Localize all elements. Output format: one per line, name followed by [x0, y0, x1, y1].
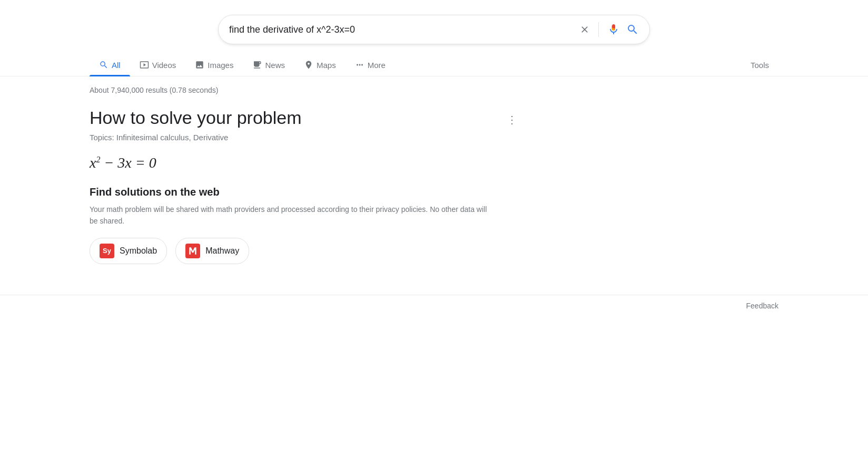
search-bar-divider	[598, 22, 599, 37]
microphone-icon[interactable]	[607, 23, 620, 36]
tab-maps[interactable]: Maps	[294, 54, 346, 76]
math-equation: x2 − 3x = 0	[90, 154, 490, 171]
featured-more-options-icon[interactable]: ⋮	[502, 111, 521, 128]
tab-tools-label: Tools	[751, 61, 769, 70]
video-icon	[140, 60, 149, 70]
mathway-label: Mathway	[205, 246, 239, 256]
results-count: About 7,940,000 results (0.78 seconds)	[90, 86, 778, 94]
symbolab-label: Symbolab	[120, 246, 157, 256]
tab-maps-label: Maps	[317, 61, 336, 70]
tab-more[interactable]: More	[346, 54, 395, 76]
results-area: About 7,940,000 results (0.78 seconds) H…	[0, 76, 868, 274]
feedback-link[interactable]: Feedback	[746, 302, 778, 310]
tab-news[interactable]: News	[243, 54, 294, 76]
symbolab-button[interactable]: Sy Symbolab	[90, 238, 167, 264]
search-bar: find the derivative of x^2-3x=0	[218, 15, 650, 44]
tab-all[interactable]: All	[90, 54, 130, 76]
tab-more-label: More	[368, 61, 386, 70]
map-pin-icon	[304, 60, 313, 70]
tab-tools[interactable]: Tools	[741, 54, 778, 76]
search-colored-icon	[99, 60, 108, 70]
nav-tabs: All Videos Images News	[0, 54, 868, 76]
mathway-button[interactable]: Mathway	[175, 238, 249, 264]
tab-images-label: Images	[208, 61, 233, 70]
find-solutions-desc: Your math problem will be shared with ma…	[90, 204, 490, 227]
tab-all-label: All	[112, 61, 121, 70]
search-bar-container: find the derivative of x^2-3x=0	[0, 0, 868, 54]
clear-icon[interactable]	[579, 24, 590, 35]
featured-title: How to solve your problem	[90, 107, 302, 129]
feedback-row: Feedback	[0, 295, 868, 316]
math-providers: Sy Symbolab Mathway	[90, 238, 490, 264]
symbolab-icon: Sy	[100, 244, 114, 258]
search-submit-icon[interactable]	[626, 23, 639, 36]
tab-news-label: News	[265, 61, 285, 70]
image-icon	[195, 60, 204, 70]
search-input[interactable]: find the derivative of x^2-3x=0	[229, 24, 573, 35]
more-dots-icon	[355, 60, 364, 70]
tab-videos[interactable]: Videos	[130, 54, 186, 76]
mathway-icon	[185, 244, 200, 258]
tab-videos-label: Videos	[152, 61, 176, 70]
featured-card-header: How to solve your problem ⋮	[90, 107, 490, 133]
find-solutions-heading: Find solutions on the web	[90, 186, 490, 198]
featured-card: How to solve your problem ⋮ Topics: Infi…	[90, 107, 490, 264]
tab-images[interactable]: Images	[185, 54, 243, 76]
news-icon	[252, 60, 262, 70]
featured-topics: Topics: Infinitesimal calculus, Derivati…	[90, 133, 490, 142]
